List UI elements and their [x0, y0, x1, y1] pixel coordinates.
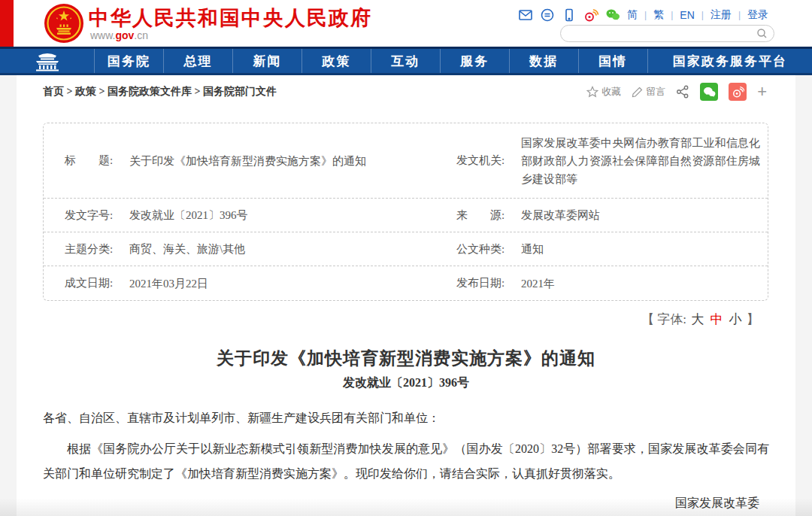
link-separator: |	[701, 10, 704, 20]
font-size-control: 【 字体: 大 中 小 】	[17, 311, 759, 328]
url-gov: gov	[115, 29, 134, 41]
font-size-medium-button[interactable]: 中	[710, 312, 723, 326]
nav-item-national-conditions[interactable]: 国情	[578, 49, 647, 73]
font-size-large-button[interactable]: 大	[691, 312, 704, 326]
meta-label-written-date: 成文日期:	[65, 276, 129, 290]
url-www: www.	[90, 29, 115, 41]
meta-row-title-agency: 标 题: 关于印发《加快培育新型消费实施方案》的通知 发文机关: 国家发展改革委…	[44, 123, 768, 199]
meta-cell-source: 来 源: 发展改革委网站	[456, 202, 768, 229]
meta-label-category: 主题分类:	[65, 242, 129, 256]
national-emblem-logo	[44, 3, 84, 44]
favorite-button[interactable]: 收藏	[586, 85, 621, 99]
meta-value-publish-date: 2021年	[521, 275, 760, 293]
body-paragraph: 根据《国务院办公厅关于以新业态新模式引领新型消费加快发展的意见》（国办发〔202…	[43, 436, 769, 486]
search-box[interactable]	[560, 25, 774, 42]
meta-row-dates: 成文日期: 2021年03月22日 发布日期: 2021年	[44, 266, 768, 300]
lang-english-link[interactable]: EN	[680, 9, 694, 21]
meta-value-doc-type: 通知	[521, 240, 760, 258]
lang-traditional-link[interactable]: 繁	[653, 8, 664, 22]
star-icon	[586, 86, 598, 98]
meta-label-doc-type: 公文种类:	[456, 242, 521, 256]
tiananmen-icon	[28, 51, 67, 71]
content-area: 首页 > 政策 > 国务院政策文件库 > 国务院部门文件 收藏 留言	[17, 75, 795, 516]
link-separator: |	[644, 10, 647, 20]
meta-label-title: 标 题:	[65, 153, 129, 168]
meta-cell-doc-type: 公文种类: 通知	[456, 235, 768, 263]
wechat-icon[interactable]	[605, 8, 620, 23]
breadcrumb[interactable]: 首页 > 政策 > 国务院政策文件库 > 国务院部门文件	[43, 85, 277, 99]
nav-item-news[interactable]: 新闻	[232, 49, 301, 73]
article: 关于印发《加快培育新型消费实施方案》的通知 发改就业〔2021〕396号 各省、…	[17, 347, 795, 516]
font-ctl-label: 字体:	[657, 312, 686, 326]
pencil-icon	[632, 87, 643, 98]
page: 中华人民共和国中央人民政府 www.gov.cn	[0, 0, 812, 516]
meta-label-publish-date: 发布日期:	[456, 276, 521, 290]
login-link[interactable]: 登录	[747, 8, 768, 22]
site-title: 中华人民共和国中央人民政府	[89, 5, 372, 32]
main-nav: 国务院 总理 新闻 政策 互动 服务 数据 国情 国家政务服务平台	[0, 47, 812, 75]
meta-cell-category: 主题分类: 商贸、海关、旅游\其他	[44, 235, 456, 263]
nav-item-gov-service-platform[interactable]: 国家政务服务平台	[647, 49, 812, 73]
meta-value-written-date: 2021年03月22日	[129, 275, 449, 293]
share-weibo-button[interactable]	[729, 83, 747, 101]
meta-label-source: 来 源:	[456, 208, 521, 223]
signature-line-1: 国家发展改革委	[17, 495, 759, 511]
site-header: 中华人民共和国中央人民政府 www.gov.cn	[0, 0, 812, 47]
meta-cell-doc-number: 发文字号: 发改就业〔2021〕396号	[44, 202, 456, 229]
message-label: 留言	[646, 85, 665, 99]
mobile-icon[interactable]	[562, 8, 577, 23]
link-separator: |	[738, 10, 741, 20]
share-wechat-button[interactable]	[700, 83, 718, 101]
header-utility-row: 简 | 繁 | EN | 注册 | 登录	[518, 8, 768, 23]
meta-value-doc-number: 发改就业〔2021〕396号	[129, 206, 449, 224]
salutation: 各省、自治区、直辖市及计划单列市、新疆生产建设兵团有关部门和单位：	[43, 409, 769, 427]
nav-item-policy[interactable]: 政策	[301, 49, 371, 73]
meta-label-issuing-agency: 发文机关:	[456, 153, 521, 168]
meta-value-source: 发展改革委网站	[521, 206, 760, 224]
nav-item-services[interactable]: 服务	[440, 49, 509, 73]
favorite-label: 收藏	[601, 85, 621, 99]
page-toolbar: 收藏 留言	[586, 83, 767, 101]
meta-cell-written-date: 成文日期: 2021年03月22日	[44, 270, 456, 297]
more-share-button[interactable]: +	[757, 84, 767, 99]
document-meta-table: 标 题: 关于印发《加快培育新型消费实施方案》的通知 发文机关: 国家发展改革委…	[43, 123, 768, 301]
meta-value-title: 关于印发《加快培育新型消费实施方案》的通知	[129, 152, 449, 170]
mail-icon[interactable]	[518, 8, 533, 23]
meta-row-number-source: 发文字号: 发改就业〔2021〕396号 来 源: 发展改革委网站	[44, 199, 768, 232]
meta-label-doc-number: 发文字号:	[65, 208, 129, 223]
breadcrumb-row: 首页 > 政策 > 国务院政策文件库 > 国务院部门文件 收藏 留言	[17, 75, 795, 108]
font-size-small-button[interactable]: 小	[729, 312, 742, 326]
nav-item-interact[interactable]: 互动	[371, 49, 440, 73]
lang-simplified-link[interactable]: 简	[627, 8, 638, 22]
nav-item-state-council[interactable]: 国务院	[94, 49, 163, 73]
search-icon[interactable]	[756, 28, 768, 39]
link-separator: |	[671, 10, 673, 20]
share-icon[interactable]	[676, 85, 689, 99]
register-link[interactable]: 注册	[710, 8, 732, 22]
nav-item-premier[interactable]: 总理	[163, 49, 232, 73]
message-button[interactable]: 留言	[632, 85, 665, 99]
url-cn: .cn	[134, 29, 148, 41]
nav-home-tiananmen[interactable]	[0, 49, 94, 73]
document-number: 发改就业〔2021〕396号	[17, 375, 795, 391]
search-input[interactable]	[561, 26, 756, 41]
meta-cell-title: 标 题: 关于印发《加快培育新型消费实施方案》的通知	[44, 147, 456, 175]
weibo-share-icon	[732, 86, 744, 99]
wechat-share-icon	[703, 87, 716, 98]
meta-cell-issuing-agency: 发文机关: 国家发展改革委中央网信办教育部工业和信息化部财政部人力资源社会保障部…	[456, 129, 768, 193]
meta-value-issuing-agency: 国家发展改革委中央网信办教育部工业和信息化部财政部人力资源社会保障部自然资源部住…	[521, 134, 760, 188]
meta-row-category-type: 主题分类: 商贸、海关、旅游\其他 公文种类: 通知	[44, 232, 768, 266]
meta-cell-publish-date: 发布日期: 2021年	[456, 270, 768, 297]
site-url: www.gov.cn	[90, 29, 148, 41]
red-accent-bar	[0, 0, 14, 47]
weibo-icon[interactable]	[583, 8, 598, 23]
font-ctl-open: 【	[641, 312, 654, 326]
nav-item-data[interactable]: 数据	[509, 49, 578, 73]
font-ctl-close: 】	[747, 312, 759, 326]
meta-value-category: 商贸、海关、旅游\其他	[129, 240, 449, 258]
message-bubble-icon[interactable]	[540, 8, 555, 23]
document-title: 关于印发《加快培育新型消费实施方案》的通知	[17, 347, 795, 370]
